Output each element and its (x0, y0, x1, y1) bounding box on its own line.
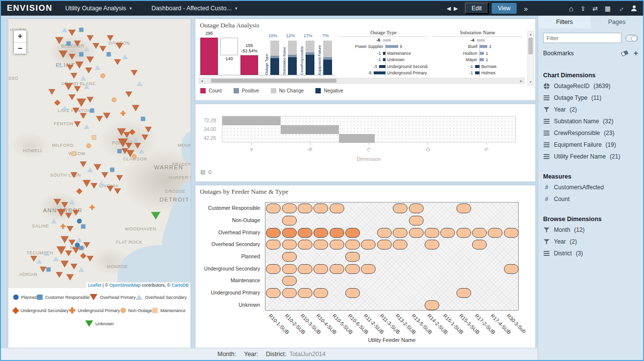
map-marker-overhead-primary[interactable] (74, 121, 81, 127)
feeder-cell-pill[interactable] (377, 228, 392, 238)
map-marker-overhead-secondary[interactable] (56, 63, 62, 68)
map-marker-overhead-primary[interactable] (72, 247, 79, 253)
map-marker-customer-responsible[interactable] (46, 267, 50, 271)
feeder-cell-pill[interactable] (266, 203, 281, 213)
waterfall-bar-delta[interactable] (220, 38, 238, 55)
feeder-cell-pill[interactable] (425, 228, 439, 238)
dimension-item-district[interactable]: District(3) (538, 248, 643, 259)
map-marker-overhead-secondary[interactable] (95, 65, 100, 70)
map-marker-overhead-primary[interactable] (80, 161, 87, 167)
feeder-cell-pill[interactable] (282, 288, 297, 298)
carto-link[interactable]: CartoDB (171, 283, 189, 288)
map-marker-customer-responsible[interactable] (110, 168, 115, 172)
mini-row-bar[interactable] (479, 45, 487, 48)
map-marker-overhead-primary[interactable] (67, 226, 73, 232)
map-marker-overhead-primary[interactable] (69, 240, 75, 246)
map-marker-overhead-primary[interactable] (72, 210, 79, 216)
map-marker-overhead-primary[interactable] (57, 209, 66, 217)
feeder-cell-pill[interactable] (393, 203, 407, 213)
mini-row-bar[interactable] (379, 65, 385, 68)
dimension-bar[interactable] (281, 125, 339, 134)
map-marker-overhead-primary[interactable] (125, 91, 132, 97)
map-marker-overhead-secondary[interactable] (84, 46, 90, 51)
dimension-item-outage-type[interactable]: Outage Type(11) (538, 92, 643, 104)
map-marker-overhead-primary[interactable] (87, 56, 94, 63)
feeder-cell-pill[interactable] (266, 288, 281, 298)
map-marker-overhead-primary[interactable] (74, 86, 81, 92)
mini-chart-row[interactable]: Underground Secondary-3 (339, 64, 428, 69)
map-marker-non-outage[interactable] (132, 154, 137, 159)
map-marker-overhead-secondary[interactable] (84, 84, 90, 89)
map-marker-overhead-primary[interactable] (58, 50, 67, 58)
add-bookmark-button[interactable]: + (634, 49, 638, 57)
map-marker-overhead-primary[interactable] (71, 73, 77, 79)
feeder-cell-pill[interactable] (313, 240, 328, 249)
mini-row-bar[interactable] (479, 58, 484, 61)
stacked-bar[interactable] (323, 41, 332, 75)
feeder-cell-pill[interactable] (345, 264, 360, 274)
mini-row-bar[interactable] (383, 58, 385, 61)
map-marker-overhead-primary[interactable] (68, 29, 75, 36)
edit-button[interactable]: Edit (465, 2, 489, 14)
grid-icon[interactable]: ▦ (605, 5, 611, 12)
dashboard-selector-dropdown[interactable]: Dashboard - Affected Custo... ▾ (151, 5, 237, 12)
dimension-item-year[interactable]: Year(2) (538, 236, 643, 248)
feeder-cell-pill[interactable] (298, 288, 312, 298)
user-profile-icon[interactable] (631, 5, 637, 11)
map-marker-overhead-primary[interactable] (123, 132, 130, 138)
feeder-cell-pill[interactable] (313, 264, 328, 274)
contribution-bar-outage-type[interactable]: 10%Outage Type (264, 30, 282, 75)
map-marker-overhead-secondary[interactable] (76, 237, 82, 242)
map-marker-customer-responsible[interactable] (66, 41, 71, 45)
feeder-cell-pill[interactable] (345, 252, 360, 262)
map-marker-customer-responsible[interactable] (117, 149, 121, 153)
feeder-cell-pill[interactable] (425, 240, 439, 249)
map-marker-overhead-primary[interactable] (67, 65, 73, 70)
map-marker-overhead-primary[interactable] (116, 43, 123, 49)
tab-filters[interactable]: Filters (538, 16, 591, 28)
feeder-cell-pill[interactable] (282, 240, 297, 249)
scrollbar-thumb[interactable] (528, 38, 533, 54)
scroll-right-icon[interactable]: ▸ (518, 79, 524, 83)
mini-chart-row[interactable]: Hudson1 (432, 50, 523, 56)
feeder-cell-pill[interactable] (345, 240, 360, 249)
map-marker-overhead-secondary[interactable] (87, 167, 93, 172)
mini-chart-row[interactable]: Burrows-1 (432, 64, 523, 69)
feeder-cell-pill[interactable] (330, 228, 344, 238)
map-marker-customer-responsible[interactable] (141, 116, 145, 121)
feeder-cell-pill[interactable] (330, 203, 344, 213)
map-marker-overhead-primary[interactable] (131, 70, 138, 76)
feeder-cell-pill[interactable] (298, 240, 312, 249)
map-marker-overhead-secondary[interactable] (69, 200, 75, 204)
dimension-item-substation-name[interactable]: Substation Name(32) (538, 115, 643, 127)
feeder-cell-pill[interactable] (282, 264, 297, 274)
feeder-cell-pill[interactable] (345, 288, 360, 298)
feeder-cell-pill[interactable] (298, 228, 312, 238)
feeder-cell-pill[interactable] (472, 228, 487, 238)
expand-icon[interactable]: ↔ (616, 4, 625, 13)
map-marker-overhead-primary[interactable] (87, 97, 94, 103)
scroll-left-icon[interactable]: ◂ (199, 79, 205, 83)
map-marker-overhead-primary[interactable] (87, 256, 94, 262)
scroll-up-icon[interactable]: ▴ (528, 31, 533, 37)
dimension-item-customersaffected[interactable]: #CustomersAffected (538, 181, 643, 193)
map-marker-overhead-primary[interactable] (76, 98, 86, 107)
map-marker-overhead-secondary[interactable] (80, 76, 86, 81)
mini-chart-row[interactable]: Holmes-1 (432, 70, 523, 76)
map-marker-overhead-primary[interactable] (99, 46, 106, 52)
horizontal-scrollbar[interactable]: ◂ ▸ (198, 78, 525, 84)
dimension-item-utility-feeder-name[interactable]: Utility Feeder Name(21) (538, 151, 643, 162)
map-marker-overhead-secondary[interactable] (53, 256, 59, 261)
map-marker-customer-responsible[interactable] (79, 52, 83, 56)
view-button[interactable]: View (492, 3, 517, 14)
map-marker-overhead-primary[interactable] (74, 41, 81, 46)
waterfall-bar-start[interactable] (200, 38, 218, 75)
vertical-scrollbar[interactable]: ▴ ▾ (527, 31, 534, 86)
feeder-cell-pill[interactable] (266, 228, 281, 238)
feeder-cell-pill[interactable] (282, 216, 297, 226)
feeder-cell-pill[interactable] (377, 240, 392, 249)
map-marker-customer-responsible[interactable] (79, 28, 83, 32)
osm-link[interactable]: OpenStreetMap (109, 283, 141, 288)
map-marker-overhead-primary[interactable] (71, 172, 77, 178)
map-marker-overhead-primary[interactable] (65, 213, 72, 219)
